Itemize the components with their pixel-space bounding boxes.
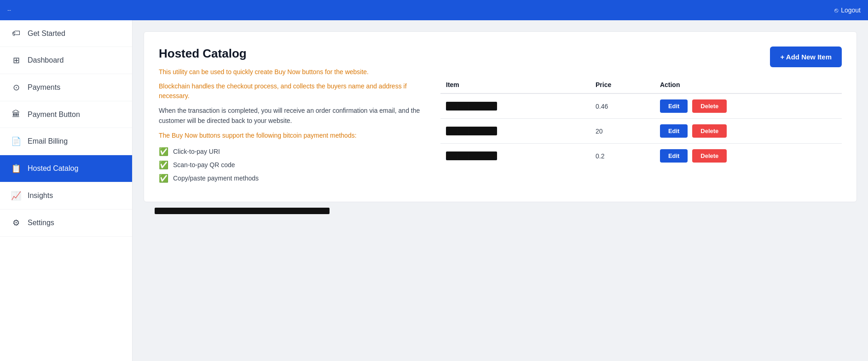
action-cell-2: Edit Delete <box>654 144 842 169</box>
sidebar-label-insights: Insights <box>28 192 53 200</box>
item-cell-0: ▓▓▓▓▓▓▓▓▓ <box>440 93 590 119</box>
sidebar-icon-payments: ⊙ <box>11 82 21 93</box>
desc1: This utility can be used to quickly crea… <box>159 67 426 77</box>
table-row: ▓▓▓▓▓▓▓▓▓ 0.2 Edit Delete <box>440 144 842 169</box>
sidebar-item-email-billing[interactable]: 📄 Email Billing <box>0 128 132 155</box>
edit-button-0[interactable]: Edit <box>660 99 688 113</box>
footer-redacted-content <box>155 208 330 214</box>
logout-label: Logout <box>841 6 861 14</box>
sidebar-item-dashboard[interactable]: ⊞ Dashboard <box>0 47 132 74</box>
action-cell-0: Edit Delete <box>654 93 842 119</box>
bullet-item-1: ✅Scan-to-pay QR code <box>159 160 426 170</box>
sidebar: 🏷 Get Started ⊞ Dashboard ⊙ Payments 🏛 P… <box>0 20 133 361</box>
sidebar-icon-hosted-catalog: 📋 <box>11 163 21 174</box>
sidebar-label-settings: Settings <box>28 219 54 227</box>
topbar-logo: -- <box>7 7 11 13</box>
card-inner: Hosted Catalog This utility can be used … <box>159 47 842 187</box>
bullet-item-2: ✅Copy/paste payment methods <box>159 174 426 183</box>
catalog-table: Item Price Action ▓▓▓▓▓▓▓▓▓ 0.46 Edit De… <box>440 76 842 168</box>
item-cell-1: ▓▓▓▓▓▓▓▓▓ <box>440 119 590 144</box>
topbar: -- ⎋ Logout <box>0 0 868 20</box>
check-icon-0: ✅ <box>159 147 168 157</box>
card-right: + Add New Item Item Price Action <box>440 47 842 187</box>
col-header-price: Price <box>590 76 654 93</box>
desc4: The Buy Now buttons support the followin… <box>159 131 426 140</box>
item-redacted-0: ▓▓▓▓▓▓▓▓▓ <box>446 102 497 111</box>
price-cell-0: 0.46 <box>590 93 654 119</box>
add-new-item-button[interactable]: + Add New Item <box>770 47 842 67</box>
action-cell-1: Edit Delete <box>654 119 842 144</box>
sidebar-label-email-billing: Email Billing <box>28 137 68 146</box>
check-icon-2: ✅ <box>159 174 168 183</box>
card-left: Hosted Catalog This utility can be used … <box>159 47 426 187</box>
main-layout: 🏷 Get Started ⊞ Dashboard ⊙ Payments 🏛 P… <box>0 20 868 361</box>
desc3: When the transaction is completed, you w… <box>159 105 426 126</box>
item-redacted-1: ▓▓▓▓▓▓▓▓▓ <box>446 127 497 135</box>
sidebar-icon-insights: 📈 <box>11 191 21 201</box>
page-title: Hosted Catalog <box>159 47 426 61</box>
sidebar-item-payments[interactable]: ⊙ Payments <box>0 74 132 101</box>
content-area: Hosted Catalog This utility can be used … <box>133 20 868 361</box>
hosted-catalog-card: Hosted Catalog This utility can be used … <box>144 31 857 202</box>
col-header-item: Item <box>440 76 590 93</box>
delete-button-1[interactable]: Delete <box>692 124 727 138</box>
edit-button-2[interactable]: Edit <box>660 149 688 163</box>
delete-button-0[interactable]: Delete <box>692 99 727 113</box>
item-cell-2: ▓▓▓▓▓▓▓▓▓ <box>440 144 590 169</box>
logout-button[interactable]: ⎋ Logout <box>834 6 861 14</box>
sidebar-icon-dashboard: ⊞ <box>11 55 21 65</box>
sidebar-label-dashboard: Dashboard <box>28 56 64 64</box>
bullet-list: ✅Click-to-pay URI✅Scan-to-pay QR code✅Co… <box>159 147 426 183</box>
table-row: ▓▓▓▓▓▓▓▓▓ 20 Edit Delete <box>440 119 842 144</box>
price-cell-2: 0.2 <box>590 144 654 169</box>
check-icon-1: ✅ <box>159 160 168 170</box>
sidebar-icon-payment-button: 🏛 <box>11 110 21 119</box>
col-header-action: Action <box>654 76 842 93</box>
delete-button-2[interactable]: Delete <box>692 149 727 163</box>
sidebar-label-get-started: Get Started <box>28 29 65 38</box>
item-redacted-2: ▓▓▓▓▓▓▓▓▓ <box>446 151 497 160</box>
logout-icon: ⎋ <box>834 6 838 14</box>
sidebar-item-payment-button[interactable]: 🏛 Payment Button <box>0 101 132 128</box>
sidebar-label-hosted-catalog: Hosted Catalog <box>28 164 78 173</box>
sidebar-label-payment-button: Payment Button <box>28 111 80 119</box>
sidebar-label-payments: Payments <box>28 83 60 92</box>
desc2: Blockchain handles the checkout process,… <box>159 82 426 101</box>
sidebar-icon-email-billing: 📄 <box>11 136 21 146</box>
price-cell-1: 20 <box>590 119 654 144</box>
sidebar-item-get-started[interactable]: 🏷 Get Started <box>0 20 132 47</box>
sidebar-item-hosted-catalog[interactable]: 📋 Hosted Catalog <box>0 155 132 182</box>
table-row: ▓▓▓▓▓▓▓▓▓ 0.46 Edit Delete <box>440 93 842 119</box>
edit-button-1[interactable]: Edit <box>660 124 688 138</box>
sidebar-item-settings[interactable]: ⚙ Settings <box>0 210 132 237</box>
sidebar-item-insights[interactable]: 📈 Insights <box>0 182 132 210</box>
bullet-item-0: ✅Click-to-pay URI <box>159 147 426 157</box>
footer-bar <box>144 202 857 221</box>
sidebar-icon-settings: ⚙ <box>11 218 21 228</box>
sidebar-icon-get-started: 🏷 <box>11 29 21 38</box>
